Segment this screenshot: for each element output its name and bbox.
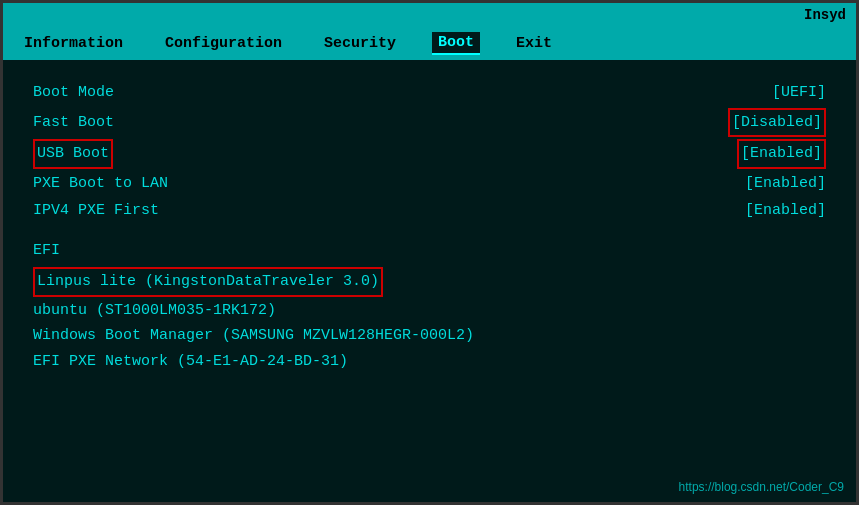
boot-entry-1[interactable]: ubuntu (ST1000LM035-1RK172) [33, 298, 826, 324]
bios-screen: Insyd Information Configuration Security… [0, 0, 859, 505]
setting-fast-boot: Fast Boot [Disabled] [33, 108, 826, 138]
menu-security[interactable]: Security [318, 33, 402, 54]
watermark: https://blog.csdn.net/Coder_C9 [679, 480, 844, 494]
setting-name-ipv4: IPV4 PXE First [33, 198, 159, 224]
setting-value-ipv4[interactable]: [Enabled] [745, 198, 826, 224]
brand-label: Insyd [804, 7, 846, 23]
menu-boot[interactable]: Boot [432, 32, 480, 55]
setting-pxe-boot: PXE Boot to LAN [Enabled] [33, 171, 826, 197]
boot-entry-text-2[interactable]: Windows Boot Manager (SAMSUNG MZVLW128HE… [33, 327, 474, 344]
setting-value-fast-boot[interactable]: [Disabled] [728, 108, 826, 138]
menu-information[interactable]: Information [18, 33, 129, 54]
setting-value-boot-mode[interactable]: [UEFI] [772, 80, 826, 106]
content-area: Boot Mode [UEFI] Fast Boot [Disabled] US… [3, 60, 856, 394]
menu-configuration[interactable]: Configuration [159, 33, 288, 54]
boot-entry-2[interactable]: Windows Boot Manager (SAMSUNG MZVLW128HE… [33, 323, 826, 349]
setting-value-usb-boot[interactable]: [Enabled] [737, 139, 826, 169]
setting-name-fast-boot: Fast Boot [33, 110, 114, 136]
brand-bar: Insyd [3, 3, 856, 27]
boot-entry-text-0[interactable]: Linpus lite (KingstonDataTraveler 3.0) [33, 267, 383, 297]
boot-entry-text-1[interactable]: ubuntu (ST1000LM035-1RK172) [33, 302, 276, 319]
setting-usb-boot: USB Boot [Enabled] [33, 139, 826, 169]
setting-boot-mode: Boot Mode [UEFI] [33, 80, 826, 106]
setting-name-usb-boot: USB Boot [33, 139, 113, 169]
boot-entry-3[interactable]: EFI PXE Network (54-E1-AD-24-BD-31) [33, 349, 826, 375]
setting-value-pxe-boot[interactable]: [Enabled] [745, 171, 826, 197]
setting-name-boot-mode: Boot Mode [33, 80, 114, 106]
boot-entry-0[interactable]: Linpus lite (KingstonDataTraveler 3.0) [33, 267, 826, 298]
setting-name-pxe-boot: PXE Boot to LAN [33, 171, 168, 197]
efi-label: EFI [33, 238, 826, 264]
setting-ipv4: IPV4 PXE First [Enabled] [33, 198, 826, 224]
menu-exit[interactable]: Exit [510, 33, 558, 54]
boot-entry-text-3[interactable]: EFI PXE Network (54-E1-AD-24-BD-31) [33, 353, 348, 370]
menu-bar[interactable]: Information Configuration Security Boot … [3, 27, 856, 60]
